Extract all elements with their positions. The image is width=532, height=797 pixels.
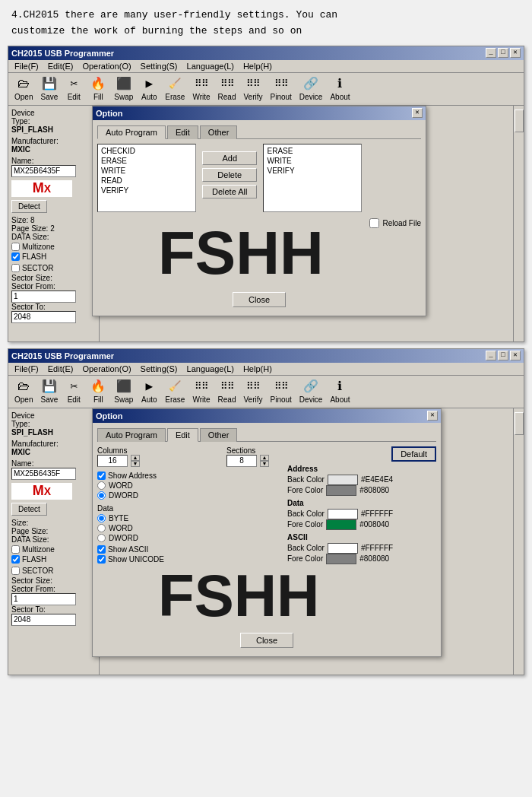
dword-radio[interactable] bbox=[97, 491, 106, 500]
show-address-check[interactable] bbox=[97, 472, 106, 480]
edit-button-2[interactable]: ✂ Edit bbox=[62, 378, 85, 405]
menu-help-2[interactable]: Help(H) bbox=[239, 364, 277, 374]
scroll-thumb-1[interactable] bbox=[515, 110, 524, 132]
sections-down[interactable]: ▼ bbox=[260, 461, 269, 467]
sector-check-2[interactable] bbox=[11, 567, 20, 575]
list-item-erase-r-1[interactable]: ERASE bbox=[265, 146, 359, 156]
sector-check-1[interactable] bbox=[11, 264, 20, 272]
multizone-check-2[interactable] bbox=[11, 545, 20, 554]
ascii-fore-swatch[interactable] bbox=[326, 554, 356, 564]
multizone-check-1[interactable] bbox=[11, 243, 20, 251]
columns-input[interactable] bbox=[97, 455, 128, 467]
data-word-radio[interactable] bbox=[97, 524, 106, 532]
close-button-dialog-2[interactable]: Close bbox=[240, 633, 293, 648]
swap-button-2[interactable]: ⬛ Swap bbox=[111, 378, 136, 405]
verify-button-1[interactable]: ⠿⠿ Verify bbox=[240, 75, 265, 103]
device-button-2[interactable]: 🔗 Device bbox=[296, 378, 326, 405]
tab-edit-1[interactable]: Edit bbox=[167, 125, 198, 139]
list-item-verify-l-1[interactable]: VERIFY bbox=[100, 186, 194, 195]
detect-button-1[interactable]: Detect bbox=[11, 200, 47, 213]
columns-down[interactable]: ▼ bbox=[131, 461, 140, 467]
close-button-1[interactable]: ✕ bbox=[510, 48, 521, 58]
list-item-verify-r-1[interactable]: VERIFY bbox=[265, 166, 359, 176]
tab-autoprog-2[interactable]: Auto Program bbox=[97, 428, 166, 442]
write-button-2[interactable]: ⠿⠿ Write bbox=[189, 378, 213, 405]
fill-button-1[interactable]: 🔥 Fill bbox=[87, 75, 109, 103]
list-item-write-r-1[interactable]: WRITE bbox=[265, 156, 359, 166]
edit-button-1[interactable]: ✂ Edit bbox=[62, 75, 85, 103]
read-button-1[interactable]: ⠿⠿ Read bbox=[215, 75, 239, 103]
delete-all-button-1[interactable]: Delete All bbox=[202, 185, 257, 198]
menu-setting-2[interactable]: Setting(S) bbox=[136, 364, 182, 374]
dest-list-1[interactable]: ERASE WRITE VERIFY bbox=[263, 144, 362, 212]
menu-language-2[interactable]: Language(L) bbox=[182, 364, 239, 374]
scrollbar-1[interactable] bbox=[513, 106, 524, 341]
data-dword-radio[interactable] bbox=[97, 534, 106, 542]
sector-from-input-1[interactable] bbox=[11, 291, 76, 303]
scroll-thumb-2[interactable] bbox=[515, 412, 524, 435]
show-unicode-check[interactable] bbox=[97, 555, 106, 564]
columns-up[interactable]: ▲ bbox=[131, 455, 140, 461]
ascii-back-swatch[interactable] bbox=[328, 543, 358, 554]
list-item-erase-l-1[interactable]: ERASE bbox=[100, 156, 194, 166]
swap-button-1[interactable]: ⬛ Swap bbox=[111, 75, 136, 103]
auto-button-2[interactable]: ▶ Auto bbox=[138, 378, 160, 405]
addr-fore-swatch[interactable] bbox=[326, 485, 356, 496]
word-radio[interactable] bbox=[97, 481, 106, 490]
data-back-swatch[interactable] bbox=[328, 509, 358, 519]
add-button-1[interactable]: Add bbox=[202, 151, 257, 165]
list-item-read-l-1[interactable]: READ bbox=[100, 176, 194, 186]
tab-other-2[interactable]: Other bbox=[200, 428, 238, 442]
source-list-1[interactable]: CHECKID ERASE WRITE READ VERIFY bbox=[97, 144, 196, 212]
show-ascii-check[interactable] bbox=[97, 545, 106, 554]
sector-to-input-2[interactable] bbox=[11, 614, 76, 626]
list-item-checkid-1[interactable]: CHECKID bbox=[100, 146, 194, 156]
addr-back-swatch[interactable] bbox=[328, 475, 358, 485]
flash-check-2[interactable] bbox=[11, 555, 20, 564]
read-button-2[interactable]: ⠿⠿ Read bbox=[215, 378, 239, 405]
menu-operation-1[interactable]: Operation(O) bbox=[78, 61, 135, 71]
tab-edit-2[interactable]: Edit bbox=[167, 428, 198, 442]
save-button-2[interactable]: 💾 Save bbox=[37, 378, 61, 405]
menu-operation-2[interactable]: Operation(O) bbox=[78, 364, 135, 374]
fill-button-2[interactable]: 🔥 Fill bbox=[87, 378, 109, 405]
flash-check-1[interactable] bbox=[11, 252, 20, 261]
sector-from-input-2[interactable] bbox=[11, 593, 76, 605]
open-button-1[interactable]: 🗁 Open bbox=[11, 75, 36, 103]
menu-setting-1[interactable]: Setting(S) bbox=[136, 61, 182, 71]
dialog-close-icon-1[interactable]: ✕ bbox=[412, 108, 423, 118]
detect-button-2[interactable]: Detect bbox=[11, 503, 47, 516]
tab-autoprog-1[interactable]: Auto Program bbox=[97, 125, 166, 139]
maximize-button-1[interactable]: □ bbox=[498, 48, 508, 58]
erase-button-1[interactable]: 🧹 Erase bbox=[162, 75, 188, 103]
byte-radio[interactable] bbox=[97, 514, 106, 522]
tab-other-1[interactable]: Other bbox=[200, 125, 238, 139]
maximize-button-2[interactable]: □ bbox=[498, 351, 508, 360]
default-button[interactable]: Default bbox=[391, 446, 436, 462]
write-button-1[interactable]: ⠿⠿ Write bbox=[189, 75, 213, 103]
dialog-close-icon-2[interactable]: ✕ bbox=[427, 411, 438, 421]
pinout-button-2[interactable]: ⠿⠿ Pinout bbox=[267, 378, 294, 405]
menu-help-1[interactable]: Help(H) bbox=[239, 61, 277, 71]
open-button-2[interactable]: 🗁 Open bbox=[11, 378, 36, 405]
menu-edit-1[interactable]: Edit(E) bbox=[43, 61, 78, 71]
menu-edit-2[interactable]: Edit(E) bbox=[43, 364, 78, 374]
about-button-1[interactable]: ℹ About bbox=[327, 75, 353, 103]
data-fore-swatch[interactable] bbox=[326, 519, 356, 530]
pinout-button-1[interactable]: ⠿⠿ Pinout bbox=[267, 75, 294, 103]
sector-to-input-1[interactable] bbox=[11, 311, 76, 323]
erase-button-2[interactable]: 🧹 Erase bbox=[162, 378, 188, 405]
scrollbar-2[interactable] bbox=[513, 408, 524, 675]
save-button-1[interactable]: 💾 Save bbox=[37, 75, 61, 103]
auto-button-1[interactable]: ▶ Auto bbox=[138, 75, 160, 103]
minimize-button-2[interactable]: _ bbox=[486, 351, 496, 360]
close-button-2[interactable]: ✕ bbox=[510, 351, 521, 360]
delete-button-1[interactable]: Delete bbox=[202, 168, 257, 182]
name-input-2[interactable] bbox=[11, 468, 76, 480]
about-button-2[interactable]: ℹ About bbox=[327, 378, 353, 405]
close-button-dialog-1[interactable]: Close bbox=[233, 292, 286, 307]
sections-up[interactable]: ▲ bbox=[260, 455, 269, 461]
verify-button-2[interactable]: ⠿⠿ Verify bbox=[240, 378, 265, 405]
menu-file-2[interactable]: File(F) bbox=[10, 364, 43, 374]
device-button-1[interactable]: 🔗 Device bbox=[296, 75, 326, 103]
